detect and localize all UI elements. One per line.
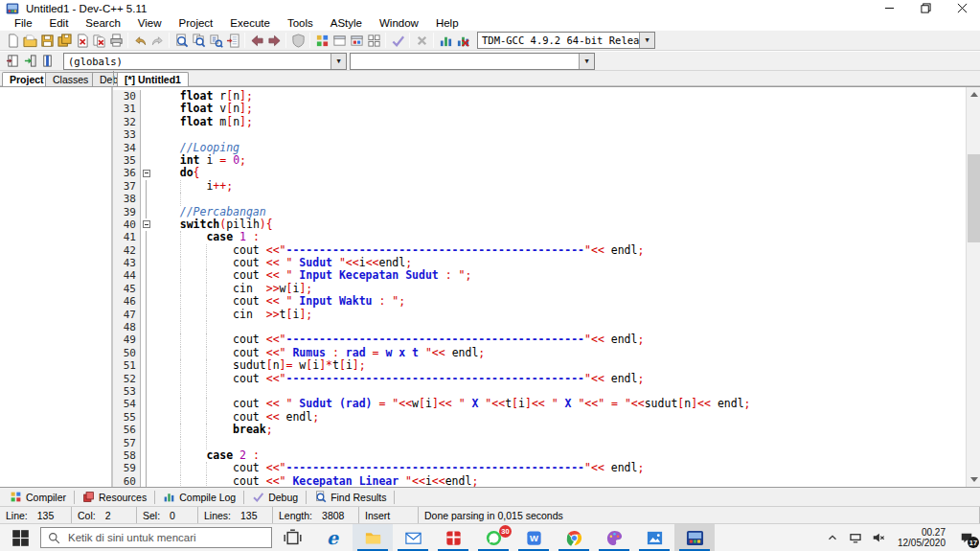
taskbar-paint3d[interactable] [594,524,634,551]
restore-button[interactable] [907,0,944,16]
insert-button[interactable] [4,53,21,70]
code-line-54[interactable]: 54 cout << " Sudut (rad) = "<<w[i]<< " X… [113,398,966,410]
vertical-scrollbar[interactable] [966,87,980,487]
find-in-files-button[interactable] [190,32,207,49]
code-line-30[interactable]: 30 float r[n]; [113,90,966,103]
members-select[interactable]: ▼ [350,53,595,70]
shield-button[interactable] [289,32,307,49]
forward-button[interactable] [265,32,283,49]
panel-splitter[interactable] [113,71,114,85]
taskbar-chrome[interactable] [554,524,594,551]
code-line-48[interactable]: 48 [113,321,966,333]
code-line-50[interactable]: 50 cout <<" Rumus : rad = w x t "<< endl… [113,347,966,359]
tray-display-button[interactable] [844,524,867,551]
fold-toggle[interactable] [141,218,153,231]
editor-tab-untitled1[interactable]: [*] Untitled1 [117,72,189,86]
code-line-34[interactable]: 34 //Looping [113,142,966,154]
minimize-button[interactable] [871,0,907,16]
abort-button[interactable] [413,32,430,49]
code-line-42[interactable]: 42 cout <<"-----------------------------… [113,244,966,257]
taskbar-photos[interactable] [634,524,674,551]
code-line-39[interactable]: 39 //Percabangan [113,206,966,218]
undo-button[interactable] [131,32,148,49]
menu-search[interactable]: Search [77,17,128,29]
menu-execute[interactable]: Execute [221,17,279,29]
report-tab-compile-log[interactable]: Compile Log [155,488,243,506]
menu-astyle[interactable]: AStyle [322,17,371,29]
menu-tools[interactable]: Tools [279,17,322,29]
compile-button[interactable] [313,32,330,49]
close-button[interactable] [944,0,980,16]
code-line-55[interactable]: 55 cout << endl; [113,411,966,424]
fold-toggle[interactable] [141,167,153,179]
profile-delete-button[interactable] [454,32,471,49]
code-line-51[interactable]: 51 sudut[n]= w[i]*t[i]; [113,359,966,372]
code-line-57[interactable]: 57 [113,437,966,449]
scroll-up-arrow[interactable] [967,87,980,102]
code-line-59[interactable]: 59 cout <<"-----------------------------… [113,462,966,474]
menu-file[interactable]: File [6,17,41,29]
code-line-53[interactable]: 53 [113,385,966,398]
report-tab-find-results[interactable]: Find Results [307,488,394,506]
menu-window[interactable]: Window [371,17,427,29]
scrollbar-thumb[interactable] [968,154,980,242]
code-line-60[interactable]: 60 cout <<" Kecepatan Linear "<<i<<endl; [113,475,966,487]
goto-bookmark-button[interactable] [38,53,56,70]
replace-button[interactable] [207,32,224,49]
task-view-button[interactable] [272,524,312,551]
code-line-49[interactable]: 49 cout <<"-----------------------------… [113,333,966,346]
back-button[interactable] [248,32,265,49]
code-line-40[interactable]: 40 switch(pilih){ [113,218,966,231]
action-center-button[interactable]: 17 [953,524,980,551]
menu-view[interactable]: View [129,17,171,29]
code-line-44[interactable]: 44 cout << " Input Kecepatan Sudut : "; [113,269,966,282]
code-editor[interactable]: 30 float r[n];31 float v[n];32 float m[n… [113,87,980,487]
syntax-check-button[interactable] [389,32,406,49]
code-line-33[interactable]: 33 [113,128,966,141]
redo-button[interactable] [148,32,166,49]
fold-collapse-icon[interactable] [143,220,150,228]
globals-select[interactable]: (globals) ▼ [63,53,347,70]
run-button[interactable] [330,32,348,49]
profile-button[interactable] [437,32,454,49]
code-line-36[interactable]: 36 do{ [113,167,966,179]
code-line-56[interactable]: 56 break; [113,424,966,436]
code-line-31[interactable]: 31 float v[n]; [113,103,966,115]
close-all-button[interactable] [90,32,107,49]
code-line-41[interactable]: 41 case 1 : [113,231,966,243]
code-line-35[interactable]: 35 int i = 0; [113,154,966,167]
toggle-bookmark-button[interactable] [21,53,38,70]
menu-edit[interactable]: Edit [41,17,78,29]
taskbar-clock[interactable]: 00.27 12/05/2020 [890,527,953,548]
code-line-43[interactable]: 43 cout << " Sudut "<<i<<endl; [113,257,966,269]
taskbar-devcpp[interactable] [674,524,715,551]
code-line-47[interactable]: 47 cin >>t[i]; [113,309,966,321]
rebuild-button[interactable] [365,32,382,49]
taskbar-file-explorer[interactable] [353,524,393,551]
code-line-38[interactable]: 38 [113,193,966,205]
tray-volume-button[interactable] [867,524,890,551]
menu-project[interactable]: Project [171,17,222,29]
tray-expand-button[interactable] [821,524,844,551]
code-line-52[interactable]: 52 cout <<"-----------------------------… [113,373,966,385]
taskbar-edge[interactable]: e [312,524,353,551]
goto-line-button[interactable] [224,32,241,49]
taskbar-wps[interactable]: W [513,524,554,551]
compile-run-button[interactable] [348,32,365,49]
close-file-button[interactable] [73,32,90,49]
taskbar-red-app[interactable] [433,524,473,551]
find-button[interactable] [172,32,190,49]
taskbar-mail[interactable] [393,524,433,551]
save-button[interactable] [38,32,56,49]
report-tab-debug[interactable]: Debug [244,488,306,506]
new-file-button[interactable] [4,32,21,49]
start-button[interactable] [0,524,40,551]
fold-collapse-icon[interactable] [143,170,150,177]
save-all-button[interactable] [56,32,73,49]
tab-project[interactable]: Project [2,72,52,86]
code-line-58[interactable]: 58 case 2 : [113,449,966,462]
code-line-46[interactable]: 46 cout << " Input Waktu : "; [113,295,966,308]
menu-help[interactable]: Help [427,17,467,29]
scroll-down-arrow[interactable] [967,472,980,487]
code-line-32[interactable]: 32 float m[n]; [113,116,966,128]
